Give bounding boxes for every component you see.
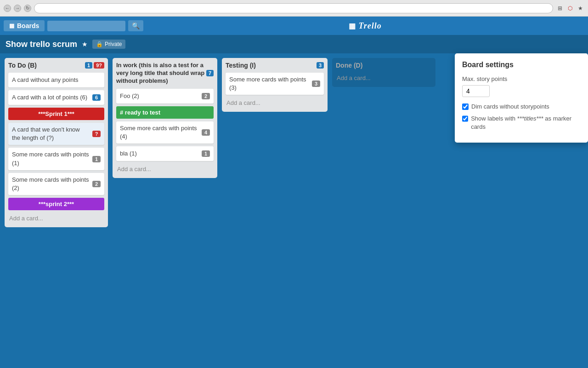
card-no-points[interactable]: A card without any points	[8, 73, 104, 87]
card-points-badge: ?	[92, 131, 101, 137]
extension-icon-1[interactable]: ⊞	[556, 4, 564, 12]
card-text: Some more cards with points (2)	[12, 176, 90, 192]
card-bla[interactable]: bla (1) 1	[116, 146, 214, 161]
card-points-badge: 6	[92, 94, 101, 101]
card-more3[interactable]: Some more cards with points (3) 3	[226, 73, 324, 95]
card-more1[interactable]: Some more cards with points (1) 1	[8, 148, 104, 170]
settings-title: Board settings	[462, 61, 581, 69]
board-private-badge: 🔒 Private	[92, 40, 125, 49]
card-text: A card without any points	[12, 76, 101, 84]
board-content: To Do (B) 1 9? A card without any points…	[0, 53, 588, 232]
list-inwork-header: In work (this is also a test for a very …	[116, 62, 214, 85]
card-more2[interactable]: Some more cards with points (2) 2	[8, 173, 104, 195]
card-text: Some more cards with points (4)	[120, 124, 199, 141]
list-inwork: In work (this is also a test for a very …	[113, 58, 217, 178]
forward-button[interactable]: →	[14, 5, 21, 12]
bookmark-star-icon[interactable]: ★	[576, 4, 584, 12]
list-inwork-title: In work (this is also a test for a very …	[116, 62, 206, 85]
add-card-todo[interactable]: Add a card...	[8, 213, 104, 224]
list-testing-header: Testing (I) 3	[226, 62, 324, 69]
settings-panel: Board settings Max. story points Dim car…	[455, 53, 588, 143]
list-testing-title: Testing (I)	[226, 62, 256, 69]
card-text: bla (1)	[120, 150, 199, 158]
show-labels-row: Show labels with ***titles*** as marker …	[462, 115, 581, 131]
card-sprint2[interactable]: ***sprint 2***	[8, 198, 104, 210]
card-text: Foo (2)	[120, 92, 199, 100]
search-button[interactable]: 🔍	[128, 20, 143, 31]
list-testing-badges: 3	[317, 62, 324, 69]
card-unknown-length[interactable]: A card that we don't know the length of …	[8, 123, 104, 145]
card-many-points[interactable]: A card with a lot of points (6) 6	[8, 90, 104, 105]
max-story-input[interactable]	[462, 85, 490, 97]
card-text: Some more cards with points (1)	[12, 150, 90, 167]
board-title: Show trello scrum	[6, 40, 77, 49]
list-done-header: Done (D)	[336, 62, 432, 69]
card-points-badge: 4	[202, 129, 210, 136]
list-testing: Testing (I) 3 Some more cards with point…	[222, 58, 328, 112]
list-todo-title: To Do (B)	[8, 62, 37, 69]
inwork-badge-count: 7	[206, 70, 214, 76]
card-points-badge: 2	[92, 181, 101, 187]
card-ready-to-test[interactable]: # ready to test	[116, 106, 214, 119]
top-nav: ▦ Boards 🔍 ▦ Trello	[0, 17, 588, 35]
max-story-label: Max. story points	[462, 75, 581, 82]
private-label: Private	[105, 41, 122, 47]
show-labels-checkbox[interactable]	[462, 115, 468, 122]
card-foo[interactable]: Foo (2) 2	[116, 89, 214, 104]
back-button[interactable]: ←	[4, 5, 11, 12]
dim-cards-row: Dim cards without storypoints	[462, 103, 581, 111]
trello-logo-icon: ▦	[349, 22, 356, 30]
card-text: A card with a lot of points (6)	[12, 93, 90, 102]
boards-icon: ▦	[9, 23, 14, 29]
list-done-title: Done (D)	[336, 62, 362, 69]
list-todo-badges: 1 9?	[85, 62, 104, 69]
board-star[interactable]: ★	[82, 40, 88, 48]
extension-icon-2[interactable]: ⬡	[566, 4, 574, 12]
card-points-badge: 3	[312, 80, 320, 87]
list-done: Done (D) Add a card...	[332, 58, 435, 87]
add-card-done[interactable]: Add a card...	[336, 73, 432, 83]
lock-icon: 🔒	[96, 41, 103, 47]
dim-cards-label: Dim cards without storypoints	[471, 103, 549, 111]
todo-badge-unknown: 9?	[94, 62, 104, 69]
card-sprint1[interactable]: ***Sprint 1***	[8, 108, 104, 120]
testing-badge-count: 3	[317, 62, 324, 69]
list-inwork-badges: 7	[206, 70, 214, 76]
trello-logo: ▦ Trello	[146, 21, 584, 31]
todo-badge-count: 1	[85, 62, 92, 69]
list-todo: To Do (B) 1 9? A card without any points…	[5, 58, 108, 227]
add-card-inwork[interactable]: Add a card...	[116, 164, 214, 174]
card-points-badge: 1	[202, 150, 210, 157]
boards-label: Boards	[17, 22, 39, 29]
search-input[interactable]	[47, 21, 125, 31]
show-labels-label: Show labels with ***titles*** as marker …	[471, 115, 581, 131]
card-text: Some more cards with points (3)	[229, 75, 309, 92]
card-points-badge: 2	[202, 93, 210, 99]
dim-cards-checkbox[interactable]	[462, 104, 469, 110]
boards-button[interactable]: ▦ Boards	[4, 20, 45, 31]
browser-icons: ⊞ ⬡ ★	[556, 4, 584, 12]
card-text: A card that we don't know the length of …	[12, 126, 90, 142]
card-more4[interactable]: Some more cards with points (4) 4	[116, 121, 214, 144]
add-card-testing[interactable]: Add a card...	[226, 98, 324, 108]
browser-chrome: ← → ↻ ⊞ ⬡ ★	[0, 0, 588, 17]
list-todo-header: To Do (B) 1 9?	[8, 62, 104, 69]
trello-logo-text: Trello	[358, 21, 381, 31]
reload-button[interactable]: ↻	[24, 5, 31, 12]
board-header: Show trello scrum ★ 🔒 Private	[0, 35, 588, 53]
address-bar[interactable]	[34, 3, 553, 13]
card-points-badge: 1	[92, 156, 101, 162]
